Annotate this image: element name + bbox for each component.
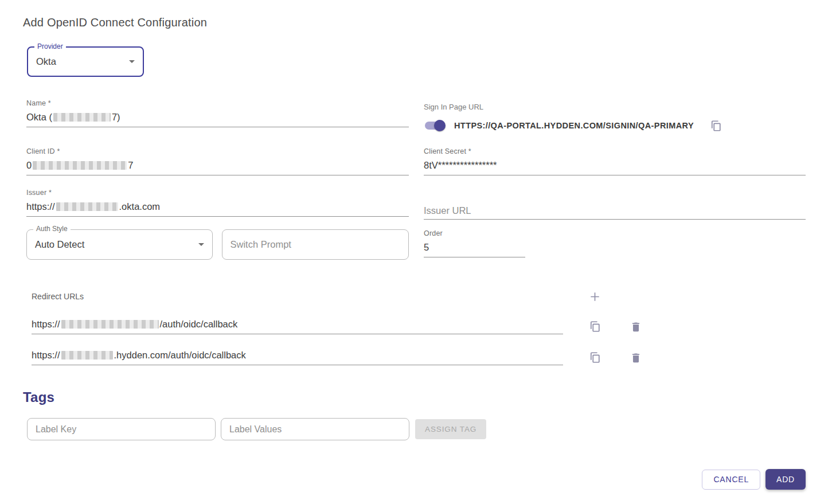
name-value[interactable]: Okta (7) (26, 112, 409, 127)
redirect-url-value[interactable]: https://.hydden.com/auth/oidc/callback (32, 350, 563, 365)
redirect-url-suffix: /auth/oidc/callback (160, 319, 238, 329)
page-title: Add OpenID Connect Configuration (23, 16, 806, 29)
cancel-button[interactable]: CANCEL (702, 470, 760, 490)
provider-label: Provider (34, 42, 66, 50)
label-key-input[interactable] (27, 418, 216, 440)
redirect-urls-header: Redirect URLs (32, 290, 645, 303)
auth-style-select[interactable]: Auth Style Auto Detect (26, 229, 213, 260)
sign-in-page-url-row: HTTPS://QA-PORTAL.HYDDEN.COM/SIGNIN/QA-P… (424, 119, 806, 132)
issuer-url-field (424, 189, 806, 229)
auth-style-row: Auth Style Auto Detect (26, 229, 409, 263)
sign-in-page-url-field: Sign In Page URL HTTPS://QA-PORTAL.HYDDE… (424, 99, 806, 147)
client-secret-label: Client Secret * (424, 147, 806, 156)
tags-row: ASSIGN TAG (27, 418, 806, 440)
redacted-segment (33, 161, 127, 170)
client-id-label: Client ID * (26, 147, 409, 156)
plus-icon[interactable] (588, 290, 601, 303)
redirect-urls-section: Redirect URLs https:///auth/oidc/callbac… (32, 290, 645, 365)
sign-in-url-value: HTTPS://QA-PORTAL.HYDDEN.COM/SIGNIN/QA-P… (454, 121, 694, 130)
auth-style-label: Auth Style (33, 225, 71, 233)
caret-down-icon (129, 60, 135, 63)
issuer-value[interactable]: https://.okta.com (26, 201, 409, 217)
redacted-segment (56, 202, 118, 211)
client-id-value-prefix: 0 (26, 160, 32, 170)
client-id-value[interactable]: 07 (26, 160, 409, 175)
provider-select[interactable]: Provider Okta (27, 46, 144, 77)
redirect-url-row: https://.hydden.com/auth/oidc/callback (32, 350, 645, 365)
name-field[interactable]: Name * Okta (7) (26, 99, 409, 147)
order-label: Order (424, 229, 525, 238)
copy-icon[interactable] (588, 351, 601, 365)
client-id-field[interactable]: Client ID * 07 (26, 147, 409, 189)
redirect-urls-label: Redirect URLs (32, 292, 563, 301)
tags-section: Tags ASSIGN TAG (23, 389, 806, 440)
issuer-value-prefix: https:// (26, 201, 55, 212)
order-value[interactable]: 5 (424, 242, 525, 257)
add-oidc-config-page: Add OpenID Connect Configuration Provide… (0, 0, 832, 504)
copy-icon[interactable] (588, 320, 601, 334)
footer-actions: CANCEL ADD (23, 469, 806, 490)
redacted-segment (53, 113, 111, 122)
client-secret-field[interactable]: Client Secret * 8tV**************** (424, 147, 806, 189)
name-label: Name * (26, 99, 409, 108)
assign-tag-button[interactable]: ASSIGN TAG (415, 419, 486, 439)
sign-in-page-url-label: Sign In Page URL (424, 103, 806, 111)
redacted-segment (61, 351, 113, 360)
issuer-field[interactable]: Issuer * https://.okta.com (26, 189, 409, 229)
trash-icon[interactable] (629, 351, 643, 365)
sign-in-url-toggle[interactable] (424, 120, 446, 131)
name-value-suffix: 7) (112, 112, 120, 122)
label-values-input[interactable] (221, 418, 409, 440)
name-value-prefix: Okta ( (26, 112, 52, 122)
redirect-url-prefix: https:// (32, 350, 60, 360)
redacted-segment (61, 320, 159, 329)
add-button[interactable]: ADD (765, 469, 806, 490)
caret-down-icon (198, 243, 204, 246)
redirect-url-row: https:///auth/oidc/callback (32, 319, 645, 334)
switch-prompt-input[interactable] (222, 230, 408, 259)
toggle-knob (434, 120, 446, 131)
issuer-value-suffix: .okta.com (119, 201, 161, 212)
client-id-value-suffix: 7 (128, 160, 133, 170)
switch-prompt-field (222, 229, 409, 260)
client-secret-value[interactable]: 8tV**************** (424, 160, 806, 175)
provider-value: Okta (36, 56, 56, 67)
redirect-url-suffix: .hydden.com/auth/oidc/callback (114, 350, 246, 360)
order-field[interactable]: Order 5 (424, 229, 525, 263)
issuer-url-input[interactable] (424, 205, 806, 220)
redirect-url-prefix: https:// (32, 319, 60, 329)
tags-heading: Tags (23, 389, 806, 405)
copy-icon[interactable] (709, 119, 723, 132)
issuer-label: Issuer * (26, 189, 409, 197)
auth-style-value: Auto Detect (35, 239, 84, 250)
redirect-url-value[interactable]: https:///auth/oidc/callback (32, 319, 563, 334)
trash-icon[interactable] (629, 320, 643, 334)
config-form: Name * Okta (7) Sign In Page URL HTTPS:/… (26, 99, 806, 263)
